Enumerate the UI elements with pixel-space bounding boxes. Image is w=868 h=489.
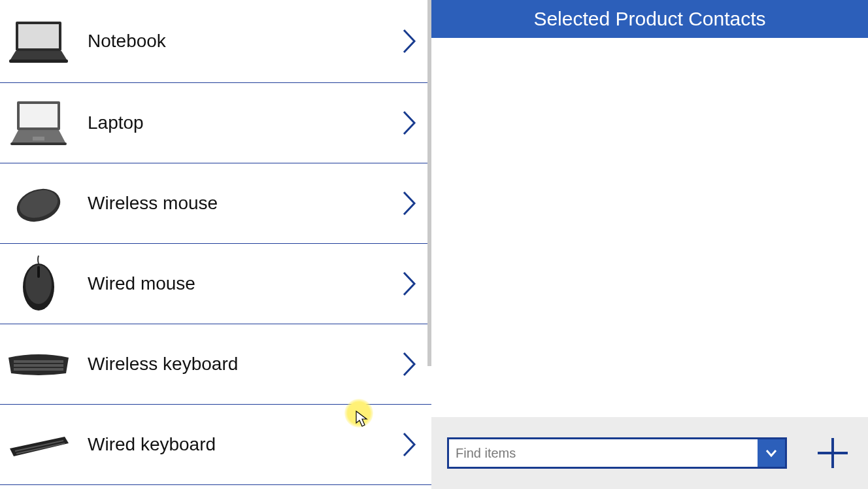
product-label: Wired mouse [75, 273, 396, 294]
keyboard-icon [3, 331, 75, 397]
svg-marker-6 [12, 130, 65, 143]
find-items-input[interactable] [449, 439, 758, 467]
svg-rect-5 [20, 104, 58, 127]
product-row-laptop[interactable]: Laptop [0, 83, 431, 163]
notebook-icon [3, 8, 75, 74]
svg-rect-14 [14, 360, 63, 363]
list-overflow-spacer [0, 485, 431, 489]
svg-rect-7 [10, 143, 67, 145]
product-label: Notebook [75, 31, 396, 52]
plus-icon [815, 435, 850, 471]
product-row-notebook[interactable]: Notebook [0, 0, 431, 83]
laptop-icon [3, 90, 75, 156]
chevron-right-icon[interactable] [396, 190, 422, 216]
contacts-footer [431, 417, 868, 489]
product-row-wireless-keyboard[interactable]: Wireless keyboard [0, 324, 431, 405]
svg-rect-13 [37, 266, 40, 278]
mouse-icon [3, 171, 75, 236]
contacts-header: Selected Product Contacts [431, 0, 868, 38]
product-label: Wireless keyboard [75, 354, 396, 375]
chevron-right-icon[interactable] [396, 351, 422, 377]
product-row-wireless-mouse[interactable]: Wireless mouse [0, 163, 431, 244]
find-items-combo[interactable] [447, 437, 787, 469]
chevron-right-icon[interactable] [396, 271, 422, 297]
contacts-body-empty [431, 38, 868, 417]
product-label: Wired keyboard [75, 434, 396, 455]
chevron-right-icon[interactable] [396, 110, 422, 136]
product-label: Laptop [75, 112, 396, 133]
product-row-wired-keyboard[interactable]: Wired keyboard [0, 405, 431, 485]
add-button[interactable] [813, 433, 852, 473]
app-root: Notebook Laptop [0, 0, 868, 489]
svg-rect-15 [14, 364, 63, 367]
combo-dropdown-button[interactable] [758, 439, 785, 467]
svg-rect-16 [14, 368, 63, 371]
product-row-wired-mouse[interactable]: Wired mouse [0, 244, 431, 324]
contacts-panel: Selected Product Contacts [431, 0, 868, 489]
svg-rect-3 [9, 59, 68, 63]
product-list-panel[interactable]: Notebook Laptop [0, 0, 431, 489]
product-label: Wireless mouse [75, 193, 396, 214]
wired-mouse-icon [3, 251, 75, 316]
svg-marker-2 [10, 51, 67, 59]
chevron-right-icon[interactable] [396, 28, 422, 54]
svg-rect-1 [18, 24, 59, 48]
svg-rect-8 [33, 137, 44, 141]
keyboard-angle-icon [3, 412, 75, 477]
chevron-down-icon [764, 446, 778, 460]
chevron-right-icon[interactable] [396, 431, 422, 458]
